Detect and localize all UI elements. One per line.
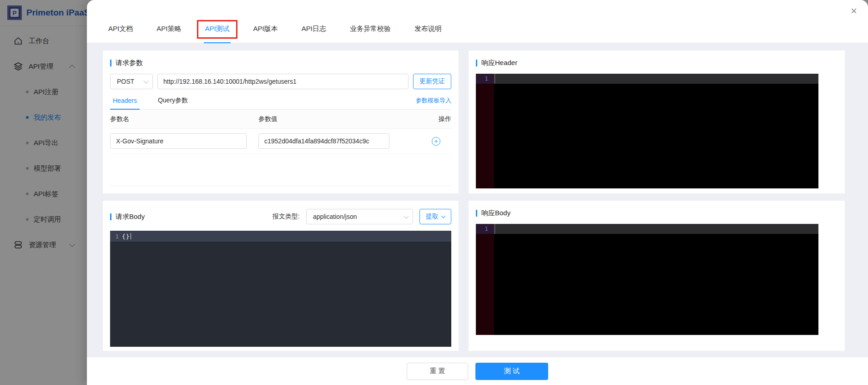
response-body-card: 响应Body 1 — [469, 201, 845, 351]
text-caret — [131, 233, 131, 239]
param-value-header: 参数值 — [258, 115, 424, 123]
tab-business-exception-check[interactable]: 业务异常校验 — [349, 25, 392, 43]
response-header-title: 响应Header — [476, 59, 838, 67]
tab-api-test-label: API测试 — [205, 25, 229, 32]
modal-footer: 重 置 测 试 — [87, 357, 868, 385]
param-op-header: 操作 — [424, 115, 451, 123]
request-body-title: 请求Body — [110, 213, 145, 221]
param-table-empty-area — [110, 154, 451, 186]
close-icon[interactable]: × — [851, 5, 857, 16]
param-name-input[interactable] — [110, 133, 247, 149]
line-number: 1 — [476, 224, 494, 234]
param-value-input[interactable] — [258, 133, 389, 149]
content-type-select[interactable]: application/json — [306, 209, 413, 224]
extract-button-label: 提取 — [426, 213, 439, 221]
param-template-import-link[interactable]: 参数模板导入 — [416, 96, 451, 105]
url-input[interactable] — [157, 74, 409, 89]
subtab-query-params[interactable]: Query参数 — [155, 96, 191, 109]
response-body-editor: 1 — [476, 224, 818, 335]
editor-content: {} — [122, 233, 130, 240]
request-body-card: 请求Body 报文类型: application/json 提取 1 — [103, 201, 459, 351]
update-credential-button[interactable]: 更新凭证 — [413, 74, 451, 89]
request-body-head: 请求Body 报文类型: application/json 提取 — [110, 209, 451, 224]
tab-api-test[interactable]: API测试 — [204, 25, 230, 43]
modal-body: 请求参数 POST 更新凭证 Headers Query参数 参数模板导入 参数… — [87, 43, 868, 357]
test-button[interactable]: 测 试 — [475, 363, 548, 380]
tab-publish-notes[interactable]: 发布说明 — [414, 25, 443, 43]
param-table-header: 参数名 参数值 操作 — [110, 110, 451, 129]
tab-api-policy[interactable]: API策略 — [156, 25, 182, 43]
editor-line — [494, 74, 818, 84]
request-params-title: 请求参数 — [110, 59, 451, 67]
editor-gutter — [476, 84, 494, 188]
request-params-card: 请求参数 POST 更新凭证 Headers Query参数 参数模板导入 参数… — [103, 51, 459, 193]
api-test-modal: × API文档 API策略 API测试 API版本 API日志 业务异常校验 发… — [87, 0, 868, 385]
param-table-row: + — [110, 129, 451, 154]
editor-gutter — [476, 234, 494, 335]
extract-button[interactable]: 提取 — [419, 209, 451, 224]
line-number: 1 — [476, 74, 494, 84]
tab-api-version[interactable]: API版本 — [252, 25, 279, 43]
subtab-headers[interactable]: Headers — [110, 97, 140, 110]
tab-api-log[interactable]: API日志 — [301, 25, 327, 43]
content-type-label: 报文类型: — [273, 213, 300, 221]
response-header-editor: 1 — [476, 74, 818, 188]
response-header-card: 响应Header 1 — [469, 51, 845, 193]
tab-api-doc[interactable]: API文档 — [107, 25, 134, 43]
request-line: POST 更新凭证 — [110, 74, 451, 89]
chevron-down-icon — [143, 78, 148, 83]
line-number: 1 — [110, 233, 122, 240]
reset-button[interactable]: 重 置 — [407, 363, 468, 380]
modal-tabbar: API文档 API策略 API测试 API版本 API日志 业务异常校验 发布说… — [87, 0, 868, 43]
editor-line — [494, 224, 818, 234]
method-select[interactable]: POST — [110, 74, 153, 89]
request-body-editor[interactable]: 1 {} — [110, 231, 451, 347]
add-row-icon[interactable]: + — [432, 137, 440, 146]
request-body-controls: 报文类型: application/json 提取 — [273, 209, 451, 224]
param-subtabs: Headers Query参数 参数模板导入 — [110, 96, 451, 110]
chevron-down-icon — [441, 214, 446, 218]
method-select-value: POST — [117, 78, 134, 85]
content-type-value: application/json — [313, 213, 357, 220]
chevron-down-icon — [404, 213, 409, 218]
response-body-title: 响应Body — [476, 209, 838, 218]
param-name-header: 参数名 — [110, 115, 258, 123]
